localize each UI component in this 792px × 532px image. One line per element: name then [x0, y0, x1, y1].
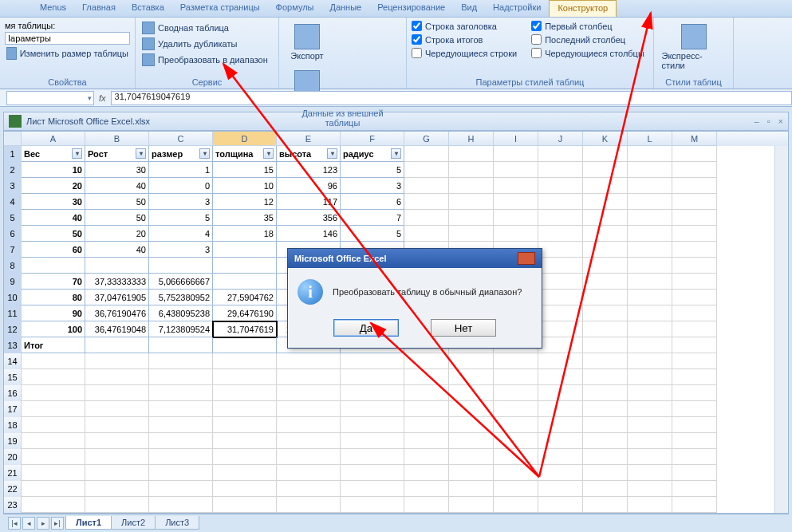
data-cell[interactable]: 123: [277, 162, 341, 178]
data-cell[interactable]: 10: [22, 162, 85, 178]
export-button[interactable]: Экспорт: [284, 24, 330, 61]
header-cell[interactable]: [583, 146, 628, 162]
empty-cell[interactable]: [449, 449, 494, 465]
name-box[interactable]: [6, 91, 94, 105]
empty-cell[interactable]: [22, 417, 85, 433]
data-cell[interactable]: 40: [22, 210, 85, 226]
data-cell[interactable]: 36,76190476: [85, 305, 149, 321]
col-header-E[interactable]: E: [277, 132, 341, 146]
empty-cell[interactable]: [404, 385, 449, 401]
empty-cell[interactable]: [494, 385, 538, 401]
data-cell[interactable]: 80: [22, 290, 85, 305]
data-cell[interactable]: [583, 178, 628, 194]
chk-banded-cols[interactable]: Чередующиеся столбцы: [531, 48, 644, 58]
data-cell[interactable]: 6: [341, 194, 404, 210]
empty-cell[interactable]: [628, 449, 672, 465]
row-header-7[interactable]: 7: [4, 242, 22, 258]
sheet-nav-next[interactable]: ▸: [37, 517, 49, 530]
pivot-table-button[interactable]: Сводная таблица: [140, 21, 274, 35]
data-cell[interactable]: 5,066666667: [149, 274, 213, 290]
empty-cell[interactable]: [494, 449, 538, 465]
row-header-13[interactable]: 13: [4, 337, 22, 353]
empty-cell[interactable]: [583, 401, 628, 417]
doc-close-button[interactable]: ×: [778, 116, 783, 126]
data-cell[interactable]: 146: [277, 226, 341, 242]
data-cell[interactable]: 37,33333333: [85, 274, 149, 290]
data-cell[interactable]: [672, 258, 717, 274]
data-cell[interactable]: 5: [341, 226, 404, 242]
empty-cell[interactable]: [22, 465, 85, 481]
empty-cell[interactable]: [404, 353, 449, 369]
empty-cell[interactable]: [404, 417, 449, 433]
sheet-tab-3[interactable]: Лист3: [155, 516, 199, 530]
data-cell[interactable]: [583, 305, 628, 321]
data-cell[interactable]: [404, 178, 449, 194]
empty-cell[interactable]: [22, 401, 85, 417]
data-cell[interactable]: [628, 194, 672, 210]
data-cell[interactable]: [672, 194, 717, 210]
tab-formulas[interactable]: Формулы: [268, 0, 322, 17]
doc-restore-button[interactable]: ▫: [767, 116, 770, 126]
dialog-no-button[interactable]: Нет: [431, 319, 496, 337]
data-cell[interactable]: 3: [341, 178, 404, 194]
data-cell[interactable]: [628, 258, 672, 274]
col-header-C[interactable]: C: [149, 132, 213, 146]
tab-pagelayout[interactable]: Разметка страницы: [172, 0, 268, 17]
empty-cell[interactable]: [85, 449, 149, 465]
data-cell[interactable]: [583, 162, 628, 178]
empty-cell[interactable]: [149, 401, 213, 417]
empty-cell[interactable]: [22, 353, 85, 369]
empty-cell[interactable]: [538, 385, 583, 401]
empty-cell[interactable]: [628, 497, 672, 513]
row-header-15[interactable]: 15: [4, 369, 22, 385]
empty-cell[interactable]: [583, 497, 628, 513]
empty-cell[interactable]: [583, 433, 628, 449]
empty-cell[interactable]: [538, 449, 583, 465]
totals-cell[interactable]: Итог: [22, 337, 85, 353]
empty-cell[interactable]: [672, 417, 717, 433]
header-cell[interactable]: [494, 146, 538, 162]
data-cell[interactable]: 15: [213, 162, 277, 178]
empty-cell[interactable]: [213, 417, 277, 433]
empty-cell[interactable]: [449, 353, 494, 369]
empty-cell[interactable]: [341, 481, 404, 497]
col-header-B[interactable]: B: [85, 132, 149, 146]
data-cell[interactable]: 50: [85, 194, 149, 210]
data-cell[interactable]: [628, 178, 672, 194]
col-header-J[interactable]: J: [538, 132, 583, 146]
empty-cell[interactable]: [213, 465, 277, 481]
data-cell[interactable]: 1: [149, 162, 213, 178]
empty-cell[interactable]: [449, 465, 494, 481]
sheet-tab-2[interactable]: Лист2: [111, 516, 156, 530]
empty-cell[interactable]: [672, 401, 717, 417]
row-header-9[interactable]: 9: [4, 274, 22, 290]
empty-cell[interactable]: [277, 465, 341, 481]
chk-first-col[interactable]: Первый столбец: [531, 21, 644, 31]
row-header-2[interactable]: 2: [4, 162, 22, 178]
header-cell[interactable]: размер▾: [149, 146, 213, 162]
col-header-K[interactable]: K: [583, 132, 628, 146]
empty-cell[interactable]: [277, 481, 341, 497]
empty-cell[interactable]: [628, 433, 672, 449]
data-cell[interactable]: [538, 178, 583, 194]
data-cell[interactable]: [494, 194, 538, 210]
data-cell[interactable]: [538, 194, 583, 210]
empty-cell[interactable]: [149, 497, 213, 513]
dialog-titlebar[interactable]: Microsoft Office Excel: [288, 249, 542, 268]
filter-dropdown[interactable]: ▾: [72, 148, 82, 159]
data-cell[interactable]: [538, 242, 583, 258]
empty-cell[interactable]: [341, 385, 404, 401]
empty-cell[interactable]: [672, 449, 717, 465]
dialog-yes-button[interactable]: Да: [333, 319, 399, 337]
col-header-F[interactable]: F: [341, 132, 404, 146]
empty-cell[interactable]: [538, 401, 583, 417]
row-header-1[interactable]: 1: [4, 146, 22, 162]
totals-cell[interactable]: [538, 337, 583, 353]
data-cell[interactable]: [494, 226, 538, 242]
data-cell[interactable]: 4: [149, 226, 213, 242]
data-cell[interactable]: [672, 178, 717, 194]
fx-icon[interactable]: fx: [99, 93, 106, 103]
data-cell[interactable]: 36,47619048: [85, 321, 149, 337]
sheet-tab-1[interactable]: Лист1: [65, 516, 112, 530]
totals-cell[interactable]: [628, 337, 672, 353]
